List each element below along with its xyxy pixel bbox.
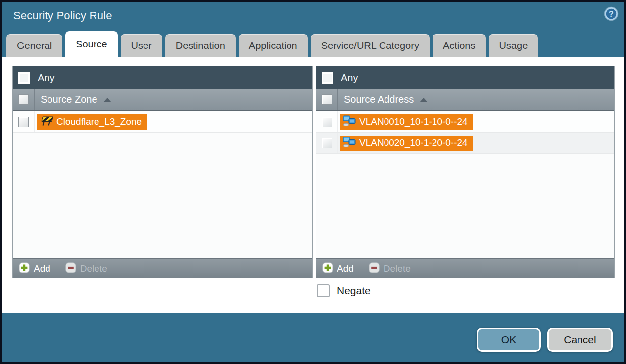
negate-label: Negate xyxy=(337,285,371,297)
zone-name: Cloudflare_L3_Zone xyxy=(56,116,142,127)
tab-destination[interactable]: Destination xyxy=(165,34,236,57)
source-address-any-bar: Any xyxy=(316,66,614,89)
cancel-button[interactable]: Cancel xyxy=(547,328,613,352)
negate-row: Negate xyxy=(317,284,371,297)
source-address-grid: VLAN0010_10-1-10-0--24 xyxy=(316,111,614,258)
delete-minus-icon xyxy=(369,262,380,275)
source-zone-column-header[interactable]: Source Zone xyxy=(13,89,312,111)
address-icon xyxy=(343,136,356,150)
add-plus-icon xyxy=(322,262,333,275)
tab-service-url-category[interactable]: Service/URL Category xyxy=(311,34,430,57)
screen: Security Policy Rule ? General Source Us… xyxy=(0,0,626,364)
address-name: VLAN0010_10-1-10-0--24 xyxy=(359,116,468,127)
source-zone-grid: Cloudflare_L3_Zone xyxy=(13,111,312,258)
source-address-column-header[interactable]: Source Address xyxy=(316,89,614,111)
tab-source[interactable]: Source xyxy=(65,31,117,57)
delete-zone-button[interactable]: Delete xyxy=(65,262,107,275)
delete-address-button[interactable]: Delete xyxy=(369,262,411,275)
zone-icon xyxy=(40,115,53,129)
tab-actions[interactable]: Actions xyxy=(433,34,486,57)
delete-minus-icon xyxy=(65,262,76,275)
add-button-label: Add xyxy=(34,263,50,274)
add-address-button[interactable]: Add xyxy=(322,262,354,275)
dialog-title: Security Policy Rule xyxy=(13,9,112,22)
ok-button[interactable]: OK xyxy=(477,328,541,352)
add-plus-icon xyxy=(19,262,30,275)
source-tab-content: Any Source Zone xyxy=(2,57,624,313)
source-zone-any-checkbox[interactable] xyxy=(18,72,30,84)
help-glyph: ? xyxy=(609,10,614,18)
source-address-footer: Add Delete xyxy=(316,258,614,278)
address-chip[interactable]: VLAN0010_10-1-10-0--24 xyxy=(340,114,473,130)
delete-button-label: Delete xyxy=(80,263,107,274)
title-bar: Security Policy Rule ? xyxy=(2,2,624,31)
source-zone-footer: Add Delete xyxy=(13,258,312,278)
row-checkbox[interactable] xyxy=(322,138,332,148)
tab-bar: General Source User Destination Applicat… xyxy=(2,31,624,57)
source-zone-any-label: Any xyxy=(38,72,54,84)
add-zone-button[interactable]: Add xyxy=(19,262,50,275)
tab-usage[interactable]: Usage xyxy=(489,34,538,57)
security-policy-rule-dialog: Security Policy Rule ? General Source Us… xyxy=(0,0,626,364)
tab-application[interactable]: Application xyxy=(239,34,308,57)
negate-checkbox[interactable] xyxy=(317,284,330,297)
row-checkbox[interactable] xyxy=(322,117,332,127)
sort-ascending-icon xyxy=(103,98,111,102)
table-row[interactable]: VLAN0020_10-1-20-0--24 xyxy=(316,133,614,154)
table-row[interactable]: Cloudflare_L3_Zone xyxy=(13,111,312,133)
sort-ascending-icon xyxy=(420,98,428,102)
source-zone-any-bar: Any xyxy=(13,66,312,89)
dialog-action-bar: OK Cancel xyxy=(2,313,624,359)
source-address-select-all-checkbox[interactable] xyxy=(322,94,332,105)
source-address-column-title: Source Address xyxy=(344,94,414,105)
help-icon[interactable]: ? xyxy=(604,6,619,21)
address-name: VLAN0020_10-1-20-0--24 xyxy=(359,137,468,148)
address-chip[interactable]: VLAN0020_10-1-20-0--24 xyxy=(340,136,473,151)
source-zone-select-all-checkbox[interactable] xyxy=(18,94,29,105)
source-address-panel: Any Source Address xyxy=(316,66,615,278)
delete-button-label: Delete xyxy=(384,263,411,274)
source-zone-column-title: Source Zone xyxy=(41,94,97,105)
source-address-any-label: Any xyxy=(341,72,358,84)
table-row[interactable]: VLAN0010_10-1-10-0--24 xyxy=(316,111,614,133)
zone-chip[interactable]: Cloudflare_L3_Zone xyxy=(37,114,147,130)
address-icon xyxy=(343,115,356,129)
tab-general[interactable]: General xyxy=(6,34,62,57)
row-checkbox[interactable] xyxy=(18,117,29,127)
tab-user[interactable]: User xyxy=(121,34,162,57)
source-address-any-checkbox[interactable] xyxy=(322,72,333,84)
source-zone-panel: Any Source Zone xyxy=(12,66,313,278)
add-button-label: Add xyxy=(337,263,354,274)
